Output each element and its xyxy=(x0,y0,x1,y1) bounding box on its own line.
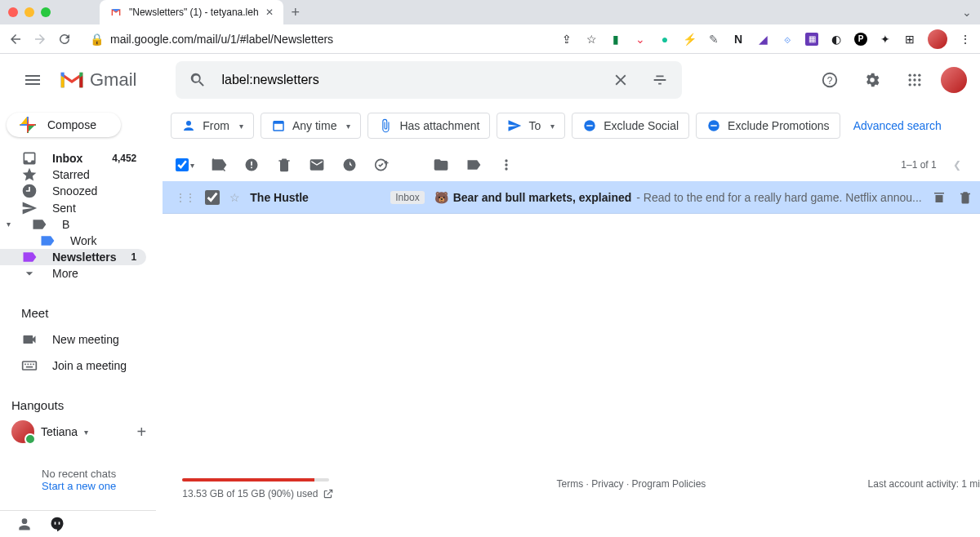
delete-icon[interactable] xyxy=(276,157,292,173)
prev-page-button[interactable]: ❮ xyxy=(950,156,964,174)
meet-title: Meet xyxy=(21,306,156,320)
drag-handle-icon[interactable]: ⋮⋮ xyxy=(176,192,195,203)
star-toggle[interactable]: ☆ xyxy=(229,191,240,204)
terms-link[interactable]: Terms xyxy=(557,478,584,490)
ext-icon-4[interactable]: ◢ xyxy=(756,33,769,46)
advanced-search-link[interactable]: Advanced search xyxy=(853,119,942,132)
svg-point-17 xyxy=(186,121,191,126)
archive-icon[interactable] xyxy=(932,190,947,205)
sidebar-item-sent[interactable]: Sent xyxy=(0,199,146,215)
notion-icon[interactable]: N xyxy=(732,33,745,46)
account-avatar[interactable] xyxy=(941,67,967,93)
ext-icon-7[interactable]: ◐ xyxy=(830,33,843,46)
sidebar-item-label-work[interactable]: Work xyxy=(0,233,146,249)
email-row[interactable]: ⋮⋮ ☆ The Hustle Inbox 🐻 Bear and bull ma… xyxy=(163,181,980,214)
chip-from[interactable]: From▾ xyxy=(171,113,254,139)
inbox-icon xyxy=(21,150,38,166)
hangouts-user[interactable]: Tetiana ▾ + xyxy=(11,420,146,443)
no-chats-text: No recent chats Start a new one xyxy=(11,459,146,500)
ext-icon-5[interactable]: ⟐ xyxy=(781,33,794,46)
sidebar-item-starred[interactable]: Starred xyxy=(0,166,146,183)
svg-point-8 xyxy=(909,83,911,86)
search-input[interactable] xyxy=(221,73,597,87)
snooze-icon[interactable] xyxy=(341,157,358,173)
ext-icon-1[interactable]: ▮ xyxy=(609,33,622,46)
maximize-window[interactable] xyxy=(41,7,51,17)
row-checkbox[interactable] xyxy=(205,190,220,205)
address-bar[interactable]: 🔒 mail.google.com/mail/u/1/#label/Newsle… xyxy=(90,33,333,46)
delete-icon[interactable] xyxy=(958,190,973,205)
sidebar-item-inbox[interactable]: Inbox 4,452 xyxy=(0,150,146,166)
sidebar: Compose Inbox 4,452 Starred Snoozed Sent… xyxy=(0,106,156,537)
chip-any-time[interactable]: Any time▾ xyxy=(261,113,361,139)
sidebar-item-snoozed[interactable]: Snoozed xyxy=(0,183,146,199)
remove-label-icon[interactable] xyxy=(211,157,227,173)
content-area: From▾ Any time▾ Has attachment To▾ Exclu… xyxy=(156,106,980,537)
new-chat-button[interactable]: + xyxy=(137,423,147,442)
support-icon[interactable]: ? xyxy=(813,64,846,96)
chip-to[interactable]: To▾ xyxy=(497,113,565,139)
forward-button[interactable] xyxy=(33,32,47,47)
details-link[interactable]: Details xyxy=(868,493,980,504)
ext-icon-9[interactable]: ⊞ xyxy=(903,33,916,46)
expand-icon[interactable]: ▾ xyxy=(7,220,16,229)
new-tab-button[interactable]: + xyxy=(292,4,301,21)
privacy-link[interactable]: Privacy xyxy=(591,478,623,490)
person-icon[interactable] xyxy=(16,516,33,532)
minimize-window[interactable] xyxy=(24,7,34,17)
pocket-icon[interactable]: ⌄ xyxy=(634,33,647,46)
select-all-checkbox[interactable]: ▾ xyxy=(176,158,194,171)
hangouts-icon[interactable] xyxy=(49,516,65,532)
search-options-icon[interactable] xyxy=(644,64,675,95)
sidebar-item-label-newsletters[interactable]: Newsletters 1 xyxy=(0,249,146,265)
browser-profile-avatar[interactable] xyxy=(928,29,947,49)
main-layout: Compose Inbox 4,452 Starred Snoozed Sent… xyxy=(0,106,980,537)
labels-icon[interactable] xyxy=(466,157,482,173)
chevron-down-icon[interactable]: ▾ xyxy=(84,428,88,437)
move-to-icon[interactable] xyxy=(433,157,449,173)
report-spam-icon[interactable] xyxy=(243,157,260,173)
gmail-logo[interactable]: Gmail xyxy=(59,69,136,91)
policies-link[interactable]: Program Policies xyxy=(632,478,706,490)
sidebar-item-more[interactable]: More xyxy=(0,265,146,282)
main-menu-button[interactable] xyxy=(13,60,52,100)
reload-button[interactable] xyxy=(57,32,72,47)
more-icon[interactable] xyxy=(498,157,514,173)
lock-icon: 🔒 xyxy=(90,33,104,46)
compose-plus-icon xyxy=(18,115,38,135)
ext-icon-2[interactable]: ⚡ xyxy=(683,33,696,46)
ext-icon-3[interactable]: ✎ xyxy=(707,33,720,46)
bookmark-icon[interactable]: ☆ xyxy=(585,33,598,46)
chevron-down-icon xyxy=(21,265,38,282)
close-window[interactable] xyxy=(8,7,18,17)
apps-icon[interactable] xyxy=(898,64,931,96)
start-new-chat-link[interactable]: Start a new one xyxy=(42,480,116,492)
ext-icon-6[interactable]: ▦ xyxy=(805,33,818,46)
tabs-overflow-icon[interactable]: ⌄ xyxy=(962,6,972,19)
add-to-tasks-icon[interactable] xyxy=(374,157,390,173)
mark-read-icon[interactable] xyxy=(309,157,325,173)
chip-exclude-promotions[interactable]: Exclude Promotions xyxy=(696,113,840,139)
label-icon xyxy=(39,233,56,249)
ext-icon-8[interactable]: P xyxy=(854,33,867,46)
chip-exclude-social[interactable]: Exclude Social xyxy=(572,113,689,139)
back-button[interactable] xyxy=(8,32,23,47)
join-meeting-button[interactable]: Join a meeting xyxy=(21,353,156,379)
browser-menu-icon[interactable]: ⋮ xyxy=(959,33,972,46)
close-tab-icon[interactable]: ✕ xyxy=(265,7,274,18)
svg-rect-23 xyxy=(710,125,717,126)
search-icon[interactable] xyxy=(182,64,213,95)
settings-icon[interactable] xyxy=(856,64,889,96)
sidebar-item-label-b[interactable]: ▾ B xyxy=(0,216,146,233)
browser-tab[interactable]: "Newsletters" (1) - tetyana.leh ✕ xyxy=(100,0,283,24)
share-icon[interactable]: ⇪ xyxy=(560,33,573,46)
chip-has-attachment[interactable]: Has attachment xyxy=(368,113,490,139)
new-meeting-button[interactable]: New meeting xyxy=(21,326,156,353)
search-box[interactable] xyxy=(176,61,682,99)
svg-point-4 xyxy=(918,74,920,77)
clear-search-icon[interactable] xyxy=(605,64,636,95)
open-storage-icon[interactable] xyxy=(323,488,334,499)
extensions-icon[interactable]: ✦ xyxy=(879,33,892,46)
compose-button[interactable]: Compose xyxy=(7,113,121,137)
grammarly-icon[interactable]: ● xyxy=(658,33,671,46)
